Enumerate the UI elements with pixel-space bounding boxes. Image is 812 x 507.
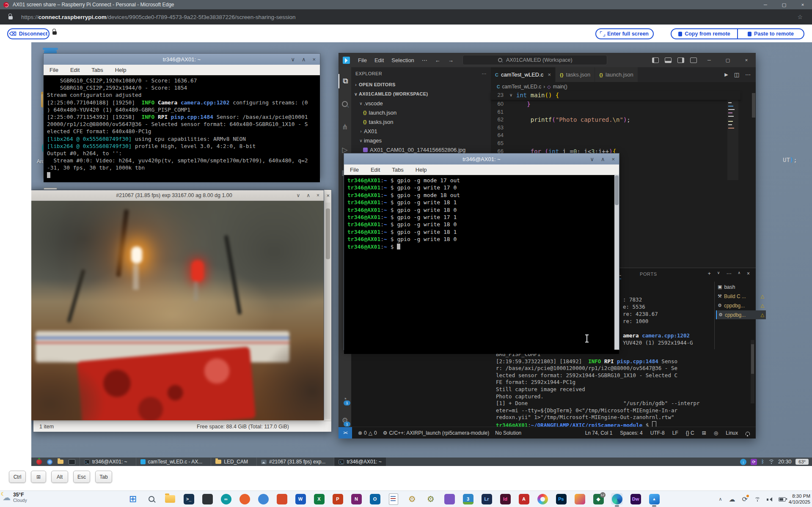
wifi-icon[interactable]	[754, 497, 760, 502]
panel-scrollbar[interactable]	[751, 340, 754, 403]
edge-urlbar[interactable]: https://connect.raspberrypi.com/devices/…	[0, 9, 812, 25]
virtual-key-esc[interactable]: Esc	[73, 471, 90, 483]
vscode-menu-file[interactable]: File	[354, 57, 371, 63]
solution-status[interactable]: No Solution	[495, 430, 521, 436]
speaker-icon[interactable]	[767, 497, 772, 502]
taskbar-app-app-dark[interactable]	[201, 493, 213, 505]
taskbar-window-led-cam[interactable]: LED_CAM	[211, 458, 252, 466]
remote-indicator[interactable]: ><	[339, 427, 352, 438]
menu-item-help[interactable]: Help	[109, 67, 132, 73]
taskbar-app-app-excel[interactable]: X	[313, 493, 325, 505]
run-icon[interactable]: ▶	[724, 72, 728, 77]
taskbar-window-tr346-ax01-[interactable]: >_tr346@AX01: ~	[334, 458, 386, 466]
taskbar-app-photos[interactable]: ▲	[648, 493, 660, 505]
toggle-sidebar-icon[interactable]	[652, 58, 659, 63]
taskbar-app-gear-app-1[interactable]: ⚙	[406, 493, 418, 505]
close-icon[interactable]: ×	[326, 192, 330, 199]
taskbar-app-gear-app-2[interactable]: ⚙	[425, 493, 437, 505]
minimize-button[interactable]: ─	[756, 0, 775, 9]
updates-download-icon[interactable]: ↓	[740, 459, 746, 465]
weather-widget[interactable]: ☾☁ 35°F Cloudy	[3, 492, 27, 503]
terminal-list-item-bash[interactable]: ▣bash	[716, 282, 766, 291]
menu-item-tabs[interactable]: Tabs	[386, 167, 409, 173]
vscode-maximize-button[interactable]: ▢	[718, 55, 737, 65]
shade-icon[interactable]: ∨	[291, 56, 295, 63]
taskbar-app-terminal-app[interactable]: >_	[183, 493, 195, 505]
explorer-item-tasks-json[interactable]: {}tasks.json	[351, 117, 491, 126]
panel-more-icon[interactable]: ⋯	[726, 271, 731, 277]
raspberry-menu-icon[interactable]	[36, 459, 42, 465]
editor-scrollbar[interactable]	[751, 91, 756, 218]
notifications-bell-icon[interactable]	[746, 432, 750, 435]
panel-maximize-icon[interactable]: ∧	[738, 271, 740, 277]
close-tab-icon[interactable]: ×	[548, 71, 551, 78]
file-manager-icon[interactable]	[58, 460, 63, 464]
file-manager-scrollbar[interactable]	[325, 203, 330, 419]
remote-desktop[interactable]: TrashPICam∞Arduino IDEmqttE url × 1 item…	[31, 42, 812, 466]
terminal-launcher-icon[interactable]	[69, 459, 75, 465]
wifi-icon[interactable]	[768, 460, 774, 464]
accounts-icon[interactable]: ◔1	[339, 392, 351, 406]
terminal-list-item-cppdbg-[interactable]: ⚙cppdbg...△	[716, 301, 766, 310]
taskbar-app-visual-studio[interactable]	[443, 493, 455, 505]
taskbar-app-creative-cloud[interactable]	[537, 493, 548, 505]
enter-full-screen-button[interactable]: Enter full screen	[595, 28, 654, 39]
vscode-menu-edit[interactable]: Edit	[371, 57, 388, 63]
tab-tasks-json[interactable]: {}tasks.json	[556, 67, 595, 82]
tab-launch-json[interactable]: {}launch.json	[595, 67, 638, 82]
terminal2-titlebar[interactable]: tr346@AX01: ~ ∨ ∧ ×	[344, 153, 619, 164]
minimap[interactable]	[727, 91, 738, 180]
maximize-button[interactable]: ▢	[775, 0, 793, 9]
taskbar-app-photoshop[interactable]: Ps	[555, 493, 567, 505]
close-icon[interactable]: ×	[611, 156, 615, 162]
url-text[interactable]: https://connect.raspberrypi.com/devices/…	[21, 14, 295, 20]
disconnect-button[interactable]: ⌫ Disconnect	[7, 28, 50, 39]
unshade-icon[interactable]: ∧	[601, 156, 605, 162]
remote-clock[interactable]: 20:30	[778, 459, 791, 465]
camera-window-titlebar[interactable]: #21067 (31.85 fps) exp 33167.00 ag 8.00 …	[31, 190, 324, 201]
paste-to-remote-button[interactable]: Paste to remote	[738, 29, 804, 38]
search-icon[interactable]	[339, 97, 351, 111]
taskbar-app-axi-doc[interactable]	[388, 493, 399, 505]
terminal-list-item-cppdbg-[interactable]: ⚙cppdbg...△	[716, 310, 766, 319]
virtual-key-ctrl[interactable]: Ctrl	[9, 471, 26, 483]
tab-camtest-wled-c[interactable]: CcamTest_wLED.c×	[491, 67, 556, 82]
menu-item-edit[interactable]: Edit	[64, 67, 85, 73]
shade-icon[interactable]: ∨	[590, 156, 594, 162]
taskbar-clock[interactable]: 8:30 PM 4/10/2025	[789, 493, 810, 505]
explorer-item-ax01[interactable]: ›AX01	[351, 126, 491, 136]
vscode-menu-⋯[interactable]: ⋯	[418, 57, 431, 63]
shade-icon[interactable]: ∨	[296, 192, 300, 198]
terminal-list-item-build-c-[interactable]: ⚒Build C ...△	[716, 292, 766, 301]
close-icon[interactable]: ×	[312, 56, 316, 63]
taskbar-app-app-word[interactable]: W	[295, 493, 306, 505]
unshade-icon[interactable]: ∧	[306, 192, 310, 198]
toggle-panel-icon[interactable]	[665, 58, 672, 63]
menu-item-tabs[interactable]: Tabs	[85, 67, 109, 73]
terminal1-output[interactable]: SGBRG10_CSI2P,1920x1080/0 - Score: 1636.…	[44, 75, 320, 182]
tab-ports[interactable]: PORTS	[640, 271, 657, 277]
taskbar-app-3ds-max[interactable]: 3	[462, 493, 474, 505]
favorites-star-icon[interactable]: ☆	[797, 14, 803, 20]
taskbar-app-arduino-app[interactable]: ∞	[220, 493, 232, 505]
command-center-search[interactable]: AX01CAMLED (Workspace)	[462, 55, 607, 65]
menu-item-file[interactable]: File	[344, 167, 365, 173]
terminal1-titlebar[interactable]: tr346@AX01: ~ ∨ ∧ ×	[44, 54, 320, 65]
status-item-utf-8[interactable]: UTF-8	[650, 430, 665, 436]
battery-icon[interactable]	[779, 497, 786, 502]
toggle-secondary-sidebar-icon[interactable]	[677, 58, 684, 63]
bluetooth-icon[interactable]: ᛒ	[761, 459, 764, 465]
taskbar-app-app-a[interactable]: A	[518, 493, 530, 505]
grid-icon[interactable]: ⊞	[702, 430, 706, 436]
split-editor-icon[interactable]: ◫	[734, 71, 739, 78]
explorer-item--vscode[interactable]: ∨.vscode	[351, 99, 491, 108]
taskbar-app-file-explorer[interactable]	[164, 493, 176, 505]
unshade-icon[interactable]: ∧	[302, 56, 306, 63]
taskbar-app-app-gradient[interactable]	[574, 493, 586, 505]
taskbar-app-app-blue[interactable]	[257, 493, 269, 505]
terminal1-window[interactable]: tr346@AX01: ~ ∨ ∧ × FileEditTabsHelp SGB…	[43, 53, 320, 178]
vscode-close-button[interactable]: ×	[737, 55, 756, 65]
explorer-section-ax01camled-workspace-[interactable]: ∨AX01CAMLED (WORKSPACE)	[351, 89, 491, 99]
terminal2-output[interactable]: tr346@AX01:~ $ gpio -g mode 17 outtr346@…	[344, 175, 619, 354]
taskbar-window-tr346-ax01-[interactable]: >_tr346@AX01: ~	[80, 458, 132, 466]
